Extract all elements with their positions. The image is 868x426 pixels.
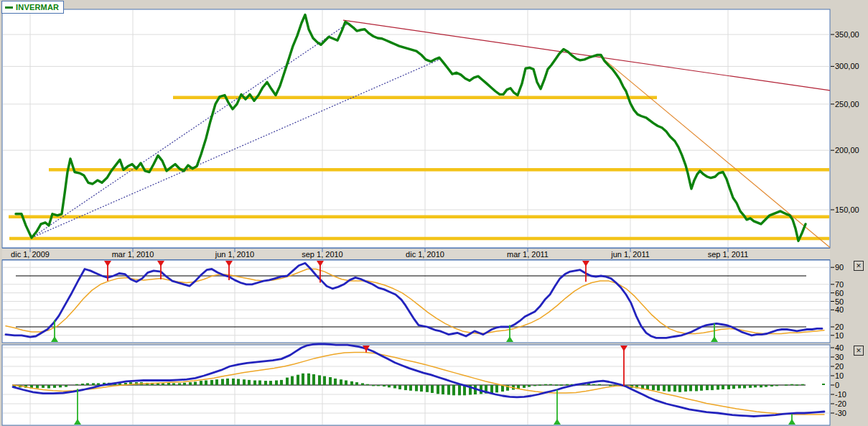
histogram-bar [167,383,170,385]
histogram-bar [393,385,396,389]
y-tick-label: 20 [835,323,844,331]
histogram-bar [329,377,332,385]
y-tick-label: 40 [835,343,844,352]
y-tick-label: -10 [835,390,846,399]
histogram-bar [657,385,660,391]
y-tick-label: 20 [835,362,844,371]
y-tick-label: 300,00 [835,62,859,70]
x-tick-label: mar 1, 2011 [507,250,549,259]
histogram-bar [598,384,601,385]
histogram-bar [200,381,202,385]
histogram-bar [81,384,84,385]
histogram-bar [189,382,192,385]
close-oscillator-panel-button[interactable]: ✕ [854,261,864,271]
chart-application: INVERMAR 350,00300,00250,00200,00150,009… [0,0,868,426]
histogram-bar [420,385,423,392]
y-tick-label: 10 [835,331,844,340]
histogram-bar [372,385,375,386]
histogram-bar [36,385,39,389]
x-tick-label: dic 1, 2009 [11,250,50,259]
histogram-bar [350,381,353,385]
histogram-bar [760,385,762,387]
histogram-bar [345,381,347,386]
x-tick-label: sep 1, 2010 [302,250,343,259]
price-panel [2,9,830,248]
histogram-bar [727,385,730,389]
histogram-bar [442,385,444,394]
histogram-bar [178,383,181,385]
histogram-bar [280,380,283,385]
histogram-bar [732,385,735,389]
histogram-bar [226,379,229,385]
histogram-bar [258,381,261,386]
histogram-bar [695,385,698,392]
histogram-bar [307,374,310,385]
histogram-bar [431,385,434,393]
histogram-bar [286,378,289,385]
histogram-bar [334,379,337,385]
histogram-bar [775,385,778,386]
oscillator-panel [2,260,830,343]
histogram-bar [194,382,197,386]
y-tick-label: 40 [835,305,844,314]
histogram-bar [275,381,278,386]
histogram-bar [47,385,50,389]
y-tick-label: 10 [835,371,844,380]
histogram-bar [689,385,692,392]
histogram-bar [458,385,461,395]
histogram-bar [447,385,450,395]
y-tick-label: 0 [835,381,839,389]
y-tick-label: 60 [835,289,844,297]
histogram-bar [668,385,671,392]
y-tick-label: 150,00 [835,205,859,214]
histogram-bar [592,384,595,385]
histogram-bar [302,374,304,385]
histogram-bar [790,384,793,385]
histogram-bar [711,385,714,390]
histogram-bar [415,385,418,392]
histogram-bar [822,384,825,385]
y-tick-label: 200,00 [835,146,859,154]
histogram-bar [92,383,95,385]
series-color-dash-icon [5,6,13,9]
histogram-bar [533,385,536,386]
histogram-bar [770,385,773,386]
y-tick-label: 350,00 [835,30,859,39]
histogram-bar [673,385,676,392]
y-tick-label: 90 [835,263,844,272]
histogram-bar [722,385,724,389]
histogram-bar [248,380,251,385]
histogram-bar [538,384,541,385]
histogram-bar [490,385,493,393]
histogram-bar [340,379,342,385]
price-panel-background [2,9,830,248]
histogram-bar [549,384,552,385]
histogram-bar [86,383,89,385]
histogram-bar [678,385,681,392]
histogram-bar [210,380,213,385]
close-macd-panel-button[interactable]: ✕ [854,346,864,356]
histogram-bar [801,384,804,385]
histogram-bar [544,384,547,385]
y-tick-label: 250,00 [835,100,859,108]
histogram-bar [264,381,267,385]
series-legend[interactable]: INVERMAR [1,1,64,14]
histogram-bar [377,385,380,386]
histogram-bar [706,385,709,390]
histogram-bar [42,385,45,388]
histogram-bar [172,383,175,385]
histogram-bar [398,385,401,389]
x-tick-label: jun 1, 2011 [611,250,650,259]
histogram-bar [59,385,62,387]
x-tick-label: sep 1, 2011 [708,250,749,259]
histogram-bar [183,383,186,385]
histogram-bar [237,379,240,386]
histogram-bar [738,385,741,389]
histogram-bar [652,385,655,390]
histogram-bar [291,376,294,385]
histogram-bar [312,374,315,385]
histogram-bar [205,381,207,386]
histogram-bar [269,381,272,385]
histogram-bar [388,385,391,387]
y-tick-label: -30 [835,409,846,417]
